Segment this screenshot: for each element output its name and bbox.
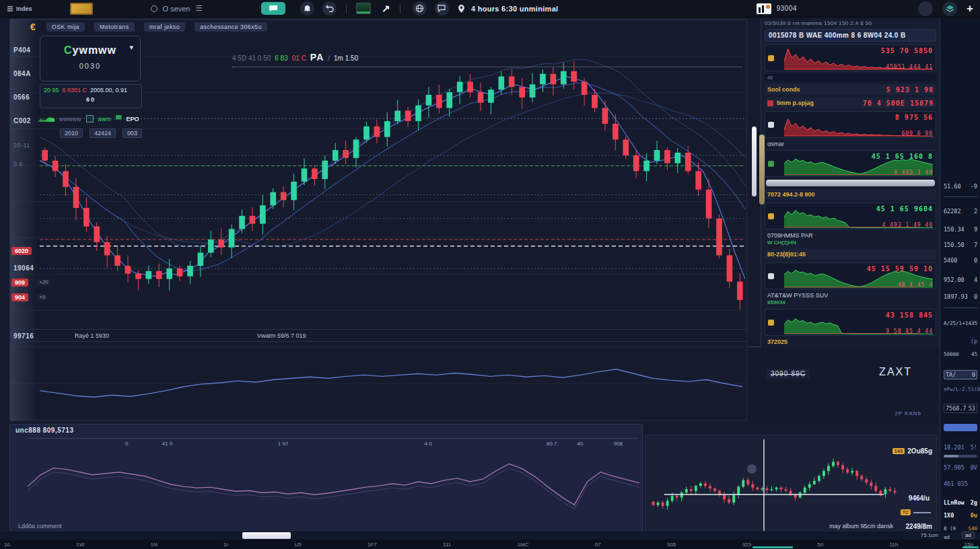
oscillator-panel[interactable]: unc888 809,5713 041 01 974 060 740908 Ld… — [9, 424, 643, 532]
ladder-row[interactable]: TA/ 0 — [944, 370, 977, 379]
mini-chart-panel[interactable]: 14S 2Ou85g 9464/u TC 2249/8m may album 9… — [645, 435, 937, 536]
layers-button[interactable] — [942, 1, 957, 16]
watchlist-row[interactable]: AT&T&W PYSSS SUV 859934 — [765, 292, 936, 306]
row-price: 70 4 500E 15879 — [863, 100, 934, 107]
candlestick-chart[interactable] — [40, 37, 745, 326]
toolbar-menu-item[interactable]: OSK mija — [46, 22, 85, 32]
ladder-row[interactable] — [944, 307, 977, 308]
ladder-row[interactable]: ad — [944, 534, 977, 540]
watchlist-row[interactable]: 45 15 59 59 10 48 4 45 4 — [765, 262, 936, 289]
globe-icon — [415, 4, 424, 13]
ladder-row[interactable]: A/25/1 +1435 — [944, 320, 977, 326]
ladder-row[interactable]: 1X0 0u — [944, 512, 977, 519]
ladder-row[interactable] — [944, 196, 977, 197]
mini-label-4: 2249/8m — [906, 523, 932, 530]
ladder-row[interactable]: 461 035 — [944, 480, 977, 487]
currency-icon[interactable]: € — [30, 22, 36, 32]
watchlist-row[interactable]: 45 1 65 160 8 4 493 1 49 — [765, 150, 936, 177]
ladder-value: 9 — [974, 226, 977, 233]
row-price: 5 923 1 98 — [886, 86, 934, 94]
chart-toolbar-items: OSK mijaMetotransmraf jeksoaschessance 3… — [46, 22, 267, 32]
ladder-row[interactable] — [944, 424, 977, 431]
ladder-row[interactable]: 8 (9 S40 — [944, 525, 977, 532]
volume-line-chart — [40, 347, 742, 418]
app-logo[interactable] — [70, 3, 93, 15]
ladder-row[interactable]: 150.34 9 — [944, 226, 977, 233]
ladder-row[interactable]: LLnRow 2g — [944, 499, 977, 506]
timeframe-label[interactable]: 4 hours 6:30 unminimal — [471, 5, 558, 13]
oscillator-plot: 041 01 974 060 740908 — [28, 438, 638, 521]
menu-label[interactable]: O seven — [163, 5, 190, 13]
watchlist-row[interactable]: 45 — [765, 74, 936, 81]
row-change: 4 493 1 49 40 — [882, 222, 933, 228]
watchlist-row[interactable]: 8 975 56 609 6 98 — [765, 111, 936, 138]
undo-button[interactable] — [322, 1, 337, 15]
volume-subpanel[interactable]: Rayé 1 5930 Vwatm 59/6 7 019 — [10, 329, 746, 421]
time-scrollbar: 75.1cm ad 101W1N1rU51F71111MC07305323501… — [0, 531, 980, 549]
toolbar-menu-item[interactable]: mraf jekso — [144, 22, 186, 32]
messages-button[interactable] — [435, 1, 449, 15]
ladder-label: 952.00 — [944, 277, 965, 283]
list-icon[interactable]: ☰ — [195, 4, 202, 13]
watchlist-row[interactable]: osmar — [765, 141, 936, 147]
watchlist-row[interactable]: 535 70 5850 45051 444 41 — [765, 44, 936, 71]
ladder-row[interactable]: 952.00 4 — [944, 277, 977, 283]
scroll-thumb[interactable] — [242, 532, 291, 539]
watchlist-row[interactable]: 80-23(8)01:45 — [765, 249, 936, 260]
checkbox-icon[interactable] — [86, 115, 94, 122]
ladder-row[interactable]: 5460 0 — [944, 257, 977, 264]
scroll-track[interactable] — [0, 532, 980, 540]
time-axis: 101W1N1rU51F71111MC073053235011h15h — [4, 540, 973, 548]
row-label: 7072 494.2-8 900 — [767, 191, 815, 198]
vertical-scrollbar-secondary[interactable] — [759, 135, 765, 205]
watchlist-title[interactable]: 0015078 B WAE 400mm 8 6 8W04 24.0 B — [765, 29, 936, 42]
globe-button[interactable] — [413, 1, 427, 15]
watchlist-row[interactable]: 0709HMMS PAR W CH(2)HN — [765, 232, 936, 246]
ladder-row[interactable]: 57.905 0V — [944, 464, 977, 471]
watchlist-row[interactable]: Sool conds 5 923 1 98 — [765, 84, 936, 95]
chevron-down-icon[interactable]: ▾ — [129, 43, 133, 52]
ladder-row[interactable] — [944, 455, 977, 458]
watchlist-row[interactable]: 7072 494.2-8 900 — [765, 189, 936, 200]
ladder-row[interactable]: 150.50 7 — [944, 242, 977, 248]
toolbar-menu-item[interactable]: Metotrans — [94, 22, 135, 32]
ladder-label: ePw/L-2.51 — [944, 386, 974, 392]
toolbar-menu-item[interactable]: aschessance 306x5u — [195, 22, 267, 32]
tag[interactable]: 42424 — [90, 129, 116, 138]
time-label: 1r — [223, 542, 228, 548]
tag[interactable]: 2010 — [60, 129, 83, 138]
notifications-button[interactable] — [300, 1, 314, 15]
symbol-selector[interactable]: Cywmww ▾ 0030 — [40, 36, 141, 81]
price-ladder[interactable]: 51.60 -9 62282 2 150.34 9 150.50 7 — [940, 17, 980, 532]
chart-thumbnail-icon[interactable] — [356, 3, 371, 14]
watchlist-row[interactable] — [766, 180, 935, 186]
vertical-scrollbar[interactable] — [752, 126, 757, 196]
subpanel-right-label: Vwatm 59/6 7 019 — [257, 332, 306, 339]
tag[interactable]: 003 — [123, 129, 142, 138]
ladder-row[interactable]: 50000 45 — [944, 351, 977, 357]
ladder-row[interactable]: 62282 2 — [944, 208, 977, 215]
ladder-value: S40 — [968, 525, 977, 532]
share-icon[interactable]: ↗ — [382, 3, 390, 15]
watchlist-sidebar[interactable]: 03/5039 8 rm mamma 1504 150 2.4 8 50 001… — [761, 19, 940, 347]
chat-button[interactable] — [261, 2, 285, 15]
watchlist-row[interactable]: 5mm p.spjag 70 4 500E 15879 — [765, 98, 936, 108]
ladder-row[interactable]: 1897.93 0 — [944, 293, 977, 300]
undo-arrow-icon — [326, 5, 334, 12]
ladder-row[interactable]: 18.201 5! — [944, 444, 977, 451]
watchlist-row[interactable]: 45 1 65 9604 4 493 1 49 40 — [765, 203, 936, 229]
ladder-row[interactable]: ePw/L-2.51 (0 — [944, 386, 977, 392]
price-label: 20-11 — [13, 142, 30, 149]
avatar[interactable] — [918, 1, 933, 16]
watchlist-row[interactable]: 372025 — [765, 338, 936, 345]
ladder-label: 8 (9 — [944, 525, 956, 532]
ladder-row[interactable]: (p — [944, 338, 977, 344]
ladder-row[interactable]: 7568.7 53 — [944, 404, 977, 413]
add-tab-button[interactable]: + — [967, 2, 973, 15]
main-chart-panel[interactable]: € OSK mijaMetotransmraf jeksoaschessance… — [9, 19, 747, 421]
panel-watermark: ZAXT — [879, 366, 912, 378]
ladder-row[interactable]: 51.60 -9 — [944, 183, 977, 190]
hamburger-menu-icon[interactable] — [7, 5, 13, 12]
watchlist-row[interactable]: 43 158 845 9 58 85 4 44 — [765, 309, 936, 336]
time-label: 111 — [443, 542, 451, 548]
